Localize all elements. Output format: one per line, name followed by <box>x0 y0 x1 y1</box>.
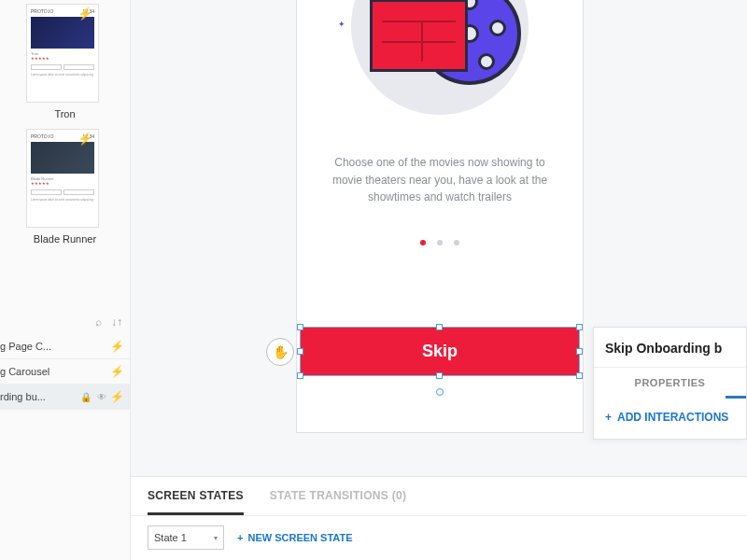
plus-icon: + <box>605 411 612 424</box>
onboarding-text: Choose one of the movies now showing to … <box>325 154 555 206</box>
lightning-icon: ⚡ <box>78 132 92 146</box>
skip-button[interactable]: Skip ✋ <box>300 327 580 376</box>
rotate-handle-icon[interactable] <box>436 388 444 396</box>
tab-properties[interactable]: PROPERTIES <box>594 367 746 398</box>
panel-title: Skip Onboarding b <box>594 328 746 367</box>
lightning-icon: ⚡ <box>110 365 124 378</box>
artboard: ✦ ✦ ✦ ✦ ✦ Choose one of the movies now s… <box>296 0 584 433</box>
state-select[interactable]: State 1 ▾ <box>148 525 224 550</box>
bottom-panel: SCREEN STATES STATE TRANSITIONS (0) Stat… <box>131 476 747 560</box>
left-sidebar: ⚡ PROTO.IO12:34 Tron★★★★★ Lorem ipsum do… <box>0 0 131 560</box>
tab-screen-states[interactable]: SCREEN STATES <box>148 477 244 515</box>
thumb-label: Blade Runner <box>0 233 130 245</box>
lock-icon[interactable]: 🔒 <box>80 392 92 402</box>
layer-list: g Page C... ⚡ g Carousel ⚡ rding bu... 🔒… <box>0 334 130 410</box>
lightning-icon: ⚡ <box>110 390 124 403</box>
tab-state-transitions[interactable]: STATE TRANSITIONS (0) <box>270 477 407 515</box>
thumb-preview: PROTO.IO12:34 Tron★★★★★ Lorem ipsum dolo… <box>29 7 96 100</box>
hand-icon[interactable]: ✋ <box>266 338 294 366</box>
lightning-icon: ⚡ <box>110 340 124 353</box>
thumb-label: Tron <box>0 108 130 119</box>
layer-item[interactable]: rding bu... 🔒 👁 ⚡ <box>0 385 130 410</box>
clapper-icon <box>370 0 468 72</box>
eye-icon[interactable]: 👁 <box>97 392 106 402</box>
lightning-icon: ⚡ <box>78 7 92 21</box>
plus-icon: + <box>237 532 243 543</box>
chevron-down-icon: ▾ <box>214 534 218 542</box>
properties-panel: Skip Onboarding b PROPERTIES + ADD INTER… <box>593 327 747 440</box>
sort-icon[interactable]: ↓↑ <box>111 315 122 329</box>
screen-thumb[interactable]: ⚡ PROTO.IO12:34 Tron★★★★★ Lorem ipsum do… <box>26 4 99 103</box>
onboarding-illustration: ✦ ✦ ✦ ✦ ✦ <box>332 0 547 133</box>
layer-item[interactable]: g Carousel ⚡ <box>0 359 130 385</box>
dot-icon <box>437 240 443 245</box>
page-indicator <box>297 232 583 249</box>
thumb-preview: PROTO.IO12:34 Blade Runner★★★★★ Lorem ip… <box>29 132 96 225</box>
layer-item[interactable]: g Page C... ⚡ <box>0 334 130 359</box>
dot-icon <box>454 240 459 245</box>
dot-icon <box>420 240 426 245</box>
new-screen-state-button[interactable]: + NEW SCREEN STATE <box>237 532 352 543</box>
add-interactions-button[interactable]: + ADD INTERACTIONS <box>594 398 746 439</box>
search-icon[interactable]: ⌕ <box>95 315 102 329</box>
screen-thumb[interactable]: ⚡ PROTO.IO12:34 Blade Runner★★★★★ Lorem … <box>26 129 99 228</box>
